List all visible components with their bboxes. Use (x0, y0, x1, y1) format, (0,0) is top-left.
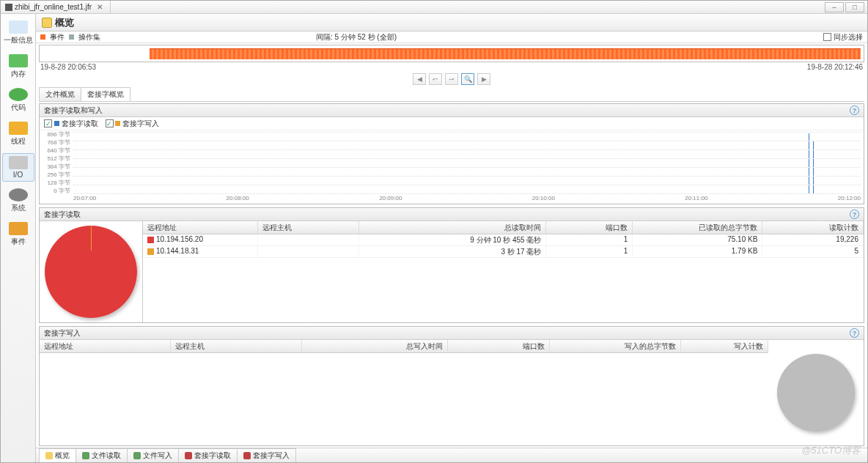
cell (258, 246, 359, 257)
write-pie-chart[interactable] (777, 354, 855, 431)
interval-label: 间隔: 5 分钟 52 秒 (全部) (316, 32, 397, 42)
timeline-nav: ◀ ⤺ ⤻ 🔍 ▶ (36, 72, 867, 87)
sidebar-item-threads[interactable]: 线程 (2, 119, 34, 149)
col-header[interactable]: 已读取的总字节数 (633, 221, 762, 234)
y-tick: 640 字节 (41, 147, 72, 155)
sync-label: 同步选择 (834, 32, 863, 42)
write-legend-dot (115, 121, 120, 126)
sidebar-item-memory[interactable]: 内存 (2, 52, 34, 81)
write-checkbox[interactable]: ✓ (106, 119, 114, 127)
sub-tabs: 文件概览 套接字概览 (39, 87, 864, 102)
x-tick: 20:08:00 (227, 195, 249, 204)
sidebar-item-label: 线程 (11, 136, 26, 147)
minimize-button[interactable]: – (825, 2, 844, 12)
cell: 1 (546, 246, 633, 257)
sidebar-item-label: 代码 (11, 103, 26, 113)
read-pie-chart[interactable] (45, 226, 137, 318)
help-icon[interactable]: ? (850, 328, 859, 338)
cell: 19,226 (762, 234, 864, 245)
y-tick: 384 字节 (41, 163, 72, 171)
titlebar: zhibi_jfr_online_test1.jfr ✕ – □ (1, 1, 867, 14)
maximize-button[interactable]: □ (845, 2, 864, 12)
file-read-icon (82, 452, 89, 459)
y-tick: 0 字节 (41, 187, 72, 195)
sync-checkbox[interactable] (823, 33, 831, 41)
sidebar-item-system[interactable]: 系统 (2, 186, 34, 215)
rw-chart[interactable]: 896 字节768 字节640 字节512 字节384 字节256 字节128 … (40, 130, 864, 204)
sidebar-item-io[interactable]: I/O (2, 153, 34, 182)
file-write-icon (133, 452, 141, 459)
rw-section-title: 套接字读取和写入 (44, 105, 103, 116)
subtab-label: 套接字概览 (87, 90, 124, 98)
btab-label: 文件读取 (92, 451, 121, 461)
subtab-socket-overview[interactable]: 套接字概览 (81, 87, 130, 101)
memory-icon (9, 54, 28, 67)
sidebar-item-label: 内存 (11, 69, 26, 79)
col-header[interactable]: 总写入时间 (302, 340, 448, 352)
col-header[interactable]: 远程主机 (171, 340, 302, 352)
sidebar-item-events[interactable]: 事件 (2, 220, 34, 249)
x-tick: 20:09:00 (379, 195, 402, 204)
col-header[interactable]: 写入计数 (681, 340, 768, 352)
col-header[interactable]: 远程地址 (40, 340, 171, 352)
btab-label: 文件写入 (143, 451, 172, 461)
dashboard-icon (9, 21, 28, 34)
page-header: 概览 (36, 14, 867, 32)
subtab-file-overview[interactable]: 文件概览 (39, 87, 81, 101)
page-title: 概览 (55, 16, 74, 29)
nav-prev-button[interactable]: ◀ (413, 73, 426, 85)
io-icon (9, 156, 28, 169)
sidebar-item-label: I/O (13, 171, 23, 179)
col-header[interactable]: 远程地址 (143, 221, 258, 234)
nav-zoom-selection-button[interactable]: 🔍 (461, 73, 474, 85)
cell: 3 秒 17 毫秒 (359, 246, 547, 257)
nav-next-button[interactable]: ▶ (477, 73, 490, 85)
y-tick: 512 字节 (41, 155, 72, 163)
watermark: @51CTO博客 (801, 444, 861, 457)
cell: 75.10 KB (633, 234, 762, 245)
col-header[interactable]: 写入的总字节数 (550, 340, 681, 352)
write-check-label: 套接字写入 (122, 119, 159, 127)
bottom-tabs: 概览 文件读取 文件写入 套接字读取 套接字写入 (36, 448, 867, 462)
table-row[interactable]: 10.194.156.209 分钟 10 秒 455 毫秒175.10 KB19… (143, 234, 864, 246)
btab-overview[interactable]: 概览 (39, 448, 76, 462)
legend-events: 事件 (50, 32, 65, 42)
btab-socket-write[interactable]: 套接字写入 (237, 448, 296, 462)
nav-zoom-out-button[interactable]: ⤺ (429, 73, 442, 85)
btab-file-read[interactable]: 文件读取 (76, 448, 128, 462)
code-icon (9, 88, 28, 101)
btab-label: 套接字读取 (194, 451, 231, 461)
nav-zoom-in-button[interactable]: ⤻ (445, 73, 458, 85)
read-section-title: 套接字读取 (44, 210, 81, 220)
file-tab[interactable]: zhibi_jfr_online_test1.jfr ✕ (1, 1, 111, 14)
col-header[interactable]: 端口数 (448, 340, 550, 352)
overview-icon (45, 452, 53, 459)
col-header[interactable]: 总读取时间 (359, 221, 547, 234)
file-icon (5, 4, 12, 11)
timeline[interactable] (39, 45, 864, 62)
cell: 1 (546, 234, 633, 245)
btab-file-write[interactable]: 文件写入 (127, 448, 179, 462)
sidebar-item-label: 事件 (11, 237, 26, 247)
cell: 1.79 KB (633, 246, 762, 257)
threads-icon (9, 122, 28, 135)
overview-icon (42, 18, 52, 28)
y-tick: 256 字节 (41, 171, 72, 179)
btab-label: 套接字写入 (253, 451, 290, 461)
help-icon[interactable]: ? (850, 210, 859, 219)
col-header[interactable]: 端口数 (546, 221, 633, 234)
btab-socket-read[interactable]: 套接字读取 (178, 448, 238, 462)
filename: zhibi_jfr_online_test1.jfr (15, 3, 92, 11)
help-icon[interactable]: ? (850, 105, 859, 115)
sidebar-item-general[interactable]: 一般信息 (2, 18, 34, 48)
legend-opsets-dot (69, 34, 74, 40)
cell (258, 234, 359, 245)
sidebar-item-label: 一般信息 (4, 35, 33, 45)
col-header[interactable]: 远程主机 (258, 221, 359, 234)
table-row[interactable]: 10.144.18.313 秒 17 毫秒11.79 KB5 (143, 246, 864, 258)
col-header[interactable]: 读取计数 (762, 221, 864, 234)
close-tab-button[interactable]: ✕ (94, 3, 106, 11)
timeline-controls: 事件 操作集 间隔: 5 分钟 52 秒 (全部) 同步选择 (36, 32, 867, 43)
read-checkbox[interactable]: ✓ (44, 119, 52, 127)
sidebar-item-code[interactable]: 代码 (2, 86, 34, 115)
